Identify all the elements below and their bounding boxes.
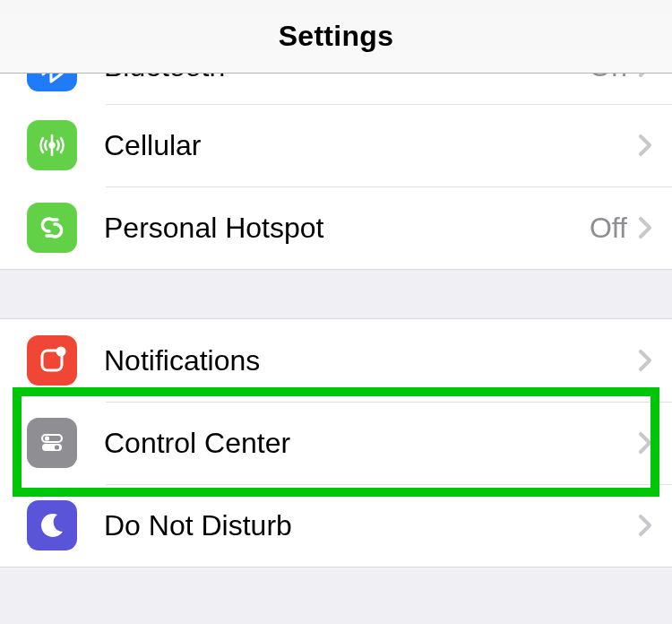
hotspot-icon [27,203,77,253]
cellular-icon [27,120,77,170]
section-gap [0,568,672,621]
row-bluetooth[interactable]: Bluetooth On [0,74,672,104]
settings-header: Settings [0,0,672,74]
row-do-not-disturb[interactable]: Do Not Disturb [0,484,672,567]
row-dnd-label: Do Not Disturb [104,509,638,542]
row-control-center[interactable]: Control Center [0,402,672,484]
svg-point-3 [56,347,66,357]
settings-group-connectivity: Bluetooth On Cellular [0,74,672,270]
chevron-right-icon [638,431,652,455]
chevron-right-icon [638,216,652,239]
settings-group-system: Notifications Control Center Do Not Dist… [0,318,672,568]
svg-point-7 [55,445,59,449]
page-title: Settings [279,20,394,53]
row-hotspot-value: Off [590,212,627,245]
row-notifications-label: Notifications [104,344,638,377]
row-bluetooth-label: Bluetooth [104,74,589,83]
row-personal-hotspot[interactable]: Personal Hotspot Off [0,186,672,269]
notifications-icon [27,335,77,386]
row-cellular[interactable]: Cellular [0,104,672,186]
section-gap [0,270,672,318]
row-notifications[interactable]: Notifications [0,319,672,402]
chevron-right-icon [638,514,652,537]
bluetooth-icon [27,74,77,91]
chevron-right-icon [638,74,652,78]
row-bluetooth-value: On [589,74,627,83]
chevron-right-icon [638,349,652,372]
row-control-center-label: Control Center [104,427,638,460]
control-center-icon [27,418,77,468]
row-hotspot-label: Personal Hotspot [104,212,590,245]
clipped-row-container: Bluetooth On [0,74,672,104]
svg-point-5 [45,436,49,440]
svg-point-1 [50,143,55,148]
do-not-disturb-icon [27,500,77,550]
chevron-right-icon [638,134,652,157]
row-cellular-label: Cellular [104,129,638,162]
